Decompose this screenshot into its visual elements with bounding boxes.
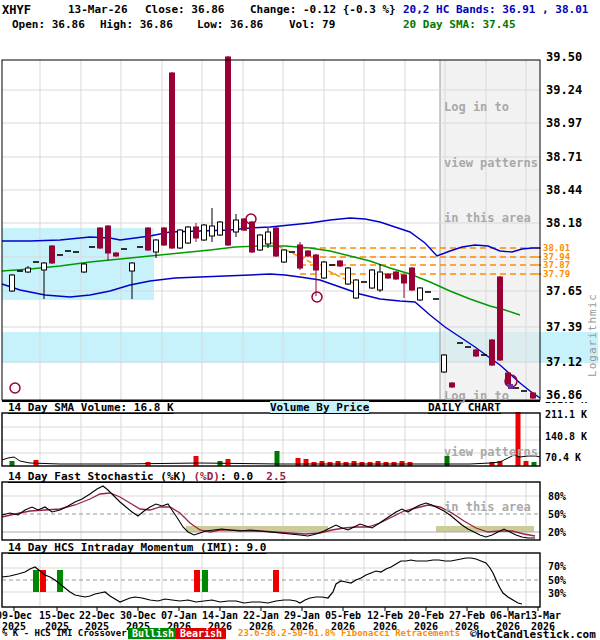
quote-date: 13-Mar-26 <box>68 3 128 16</box>
price-axis-label: 38.44 <box>546 183 582 197</box>
stochastic-axis-label: 50% <box>548 509 566 520</box>
bearish-badge: Bearish <box>176 628 226 639</box>
price-axis-label: 37.39 <box>546 320 582 334</box>
imi-pane <box>2 553 540 607</box>
login-overlay-bottom: Log in to view patterns in this area <box>444 350 544 554</box>
stochastic-axis-labels: 80%50%20% <box>548 491 566 538</box>
date-label: 14-Jan <box>202 610 238 621</box>
price-axis-label: 38.97 <box>546 116 582 130</box>
date-label: 22-Dec <box>79 610 115 621</box>
volume-by-price-label: Volume By Price <box>270 401 369 414</box>
price-axis-label: 38.71 <box>546 150 582 164</box>
imi-pane-title: 14 Day HCS Intraday Momentum (IMI): 9.0 <box>8 541 266 554</box>
date-label: 15-Dec <box>39 610 75 621</box>
copyright-label: ©HotCandlestick.com <box>470 628 596 640</box>
login-overlay-top: Log in to view patterns in this area <box>444 61 544 265</box>
open-value: Open: 36.86 <box>12 18 85 31</box>
imi-axis-labels: 70%50%30% <box>548 561 566 599</box>
date-label: 05-Feb <box>325 610 361 621</box>
stochastic-axis-label: 80% <box>548 491 566 502</box>
imi-axis-label: 30% <box>548 588 566 599</box>
volume-pane-title: 14 Day SMA Volume: 16.8 K <box>8 401 174 414</box>
chart-page: 38.0137.9437.8737.7939.5039.2438.9738.71… <box>0 0 600 640</box>
ticker-symbol: XHYF <box>2 3 31 17</box>
bearish-signal-bar <box>273 570 279 592</box>
date-label: 30-Dec <box>120 610 156 621</box>
imi-axis-label: 50% <box>548 575 566 586</box>
date-label: 09-Dec <box>0 610 32 621</box>
low-value: Low: 36.86 <box>197 18 263 31</box>
scale-label: Logarithmic <box>586 293 599 377</box>
stoch-k-value: : 0.0 <box>220 470 253 483</box>
daily-chart-label: DAILY CHART <box>428 401 501 414</box>
login-line: Log in to <box>444 98 544 117</box>
change-value: Change: -0.12 {-0.3 %} <box>250 3 396 16</box>
fib-axis-label: 37.79 <box>543 269 570 279</box>
stoch-d-value: 2.5 <box>253 470 286 483</box>
date-label: 06-Mar <box>490 610 526 621</box>
volume-axis-labels: 281.5 K211.1 K140.8 K70.4 K <box>545 394 587 463</box>
price-axis-label: 37.12 <box>546 355 582 369</box>
price-axis-label: 37.65 <box>546 284 582 298</box>
date-label: 22-Jan <box>243 610 279 621</box>
bullish-badge: Bullish <box>128 628 178 639</box>
date-label: 07-Jan <box>161 610 197 621</box>
volume-axis-label: 70.4 K <box>545 452 581 463</box>
bullish-signal-bar <box>57 570 63 592</box>
stoch-title-d: (%D) <box>193 470 220 483</box>
login-line: in this area <box>444 209 544 228</box>
price-axis-label: 39.24 <box>546 83 582 97</box>
volume-axis-label: 140.8 K <box>545 431 587 442</box>
date-label: 29-Jan <box>284 610 320 621</box>
imi-axis-label: 70% <box>548 561 566 572</box>
date-label: 13-Mar <box>525 610 561 621</box>
date-label: 12-Feb <box>367 610 403 621</box>
hc-bands-value: 20,2 HC Bands: 36.91 , 38.01 <box>403 3 588 16</box>
stoch-title-k: 14 Day Fast Stochastic (%K) <box>8 470 193 483</box>
stochastic-pane-title: 14 Day Fast Stochastic (%K) (%D): 0.0 2.… <box>8 470 286 483</box>
fibonacci-legend-label: 23.6-38.2-50-61.8% Fibonacci Retracement… <box>238 628 460 638</box>
date-label: 27-Feb <box>449 610 485 621</box>
price-axis-label: 39.50 <box>546 50 582 64</box>
close-value: Close: 36.86 <box>145 3 224 16</box>
login-line: view patterns <box>444 443 544 462</box>
login-line: in this area <box>444 498 544 517</box>
price-axis-label: 38.18 <box>546 216 582 230</box>
bullish-signal-bar <box>33 570 39 592</box>
bearish-signal-bar <box>194 570 200 592</box>
date-label: 20-Feb <box>408 610 444 621</box>
high-value: High: 36.86 <box>100 18 173 31</box>
volume-value: Vol: 79 <box>289 18 335 31</box>
sma-value: 20 Day SMA: 37.45 <box>403 18 516 31</box>
bullish-signal-bar <box>202 570 208 592</box>
price-axis-label: 36.86 <box>546 388 582 402</box>
crossover-legend-label: % K - HCS IMI Crossover, <box>2 628 132 638</box>
login-line: view patterns <box>444 154 544 173</box>
volume-axis-label: 211.1 K <box>545 409 587 420</box>
stochastic-axis-label: 20% <box>548 527 566 538</box>
